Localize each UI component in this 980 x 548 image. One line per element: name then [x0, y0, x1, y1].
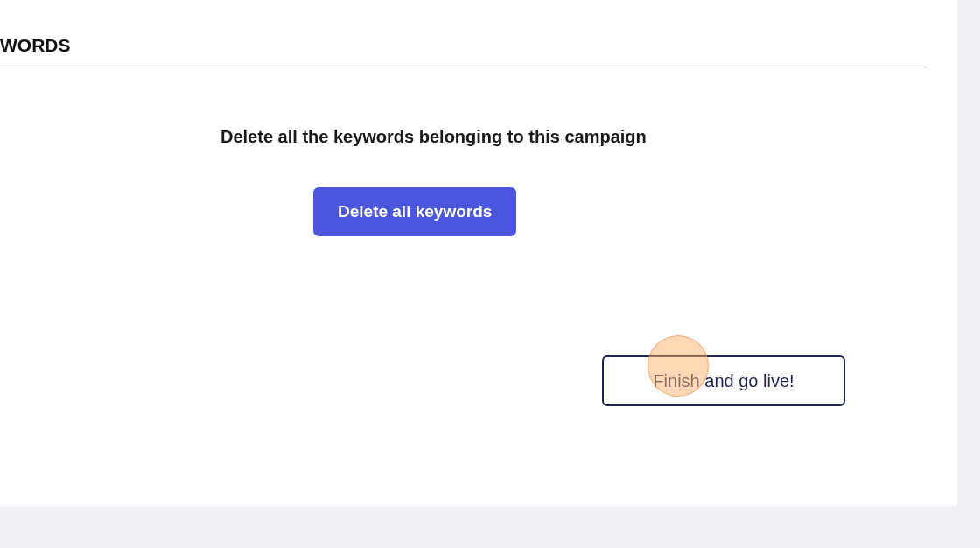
finish-and-go-live-button[interactable]: Finish and go live!	[602, 355, 845, 406]
tab-header: WORDS	[0, 35, 957, 67]
tab-divider	[0, 67, 928, 67]
delete-description: Delete all the keywords belonging to thi…	[220, 127, 957, 147]
content-area: Delete all the keywords belonging to thi…	[220, 127, 957, 236]
tab-label-keywords[interactable]: WORDS	[0, 35, 71, 63]
delete-all-keywords-button[interactable]: Delete all keywords	[313, 187, 516, 236]
main-panel: WORDS Delete all the keywords belonging …	[0, 0, 957, 506]
